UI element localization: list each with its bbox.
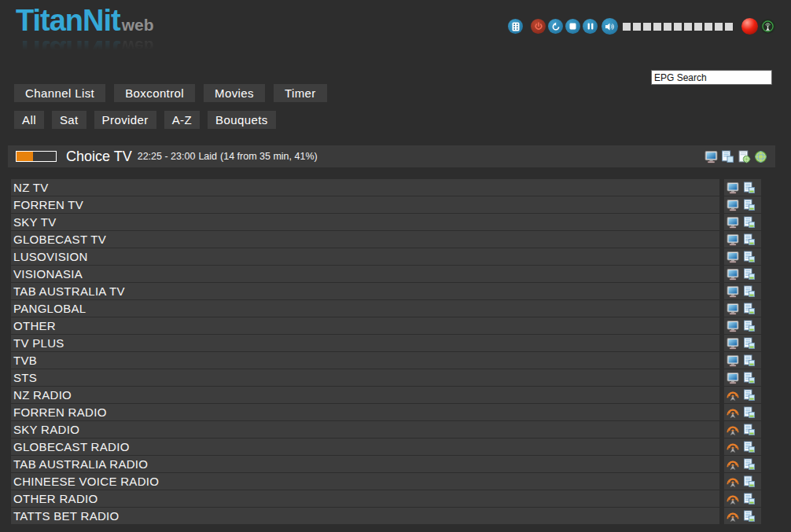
channel-name[interactable]: TATTS BET RADIO: [11, 508, 719, 524]
epg-list-icon[interactable]: [743, 389, 756, 402]
channel-row[interactable]: OTHER RADIO: [11, 490, 780, 507]
channel-name[interactable]: SKY RADIO: [11, 421, 719, 438]
tv-icon[interactable]: [727, 303, 739, 315]
channel-row[interactable]: TATTS BET RADIO: [11, 508, 780, 524]
channel-name[interactable]: CHINEESE VOICE RADIO: [11, 473, 719, 490]
channel-row[interactable]: SKY RADIO: [11, 421, 780, 438]
channel-row[interactable]: OTHER: [11, 317, 780, 334]
filter-bouquets[interactable]: Bouquets: [208, 111, 276, 129]
radio-icon[interactable]: [727, 406, 739, 419]
stop-icon[interactable]: [565, 19, 580, 34]
power-icon[interactable]: [531, 19, 546, 34]
epg-list-icon[interactable]: [743, 233, 756, 246]
channel-name[interactable]: LUSOVISION: [11, 248, 719, 265]
epg-list-icon[interactable]: [743, 303, 756, 315]
epg-list-icon[interactable]: [743, 199, 756, 211]
epg-list-icon[interactable]: [743, 285, 756, 298]
tab-movies[interactable]: Movies: [204, 84, 265, 102]
channel-copy-icon[interactable]: [721, 150, 734, 163]
epg-list-icon[interactable]: [743, 251, 756, 263]
epg-list-icon[interactable]: [743, 510, 756, 523]
page-globe-icon[interactable]: [738, 150, 751, 163]
filter-a-z[interactable]: A-Z: [164, 111, 200, 129]
channel-row[interactable]: NZ RADIO: [11, 387, 780, 403]
channel-name[interactable]: NZ RADIO: [11, 387, 719, 403]
channel-name[interactable]: TVB: [11, 352, 719, 369]
tv-icon[interactable]: [727, 354, 739, 367]
channel-name[interactable]: FORREN TV: [11, 196, 719, 213]
volume-step[interactable]: [715, 23, 723, 31]
filter-all[interactable]: All: [14, 111, 44, 129]
tv-icon[interactable]: [727, 182, 739, 194]
epg-list-icon[interactable]: [743, 441, 756, 453]
epg-list-icon[interactable]: [743, 424, 756, 436]
channel-name[interactable]: NZ TV: [11, 179, 719, 196]
channel-row[interactable]: NZ TV: [11, 179, 780, 196]
channel-row[interactable]: LUSOVISION: [11, 248, 780, 265]
epg-list-icon[interactable]: [743, 216, 756, 229]
monitor-icon[interactable]: [705, 150, 718, 163]
tab-boxcontrol[interactable]: Boxcontrol: [114, 84, 195, 102]
epg-list-icon[interactable]: [743, 337, 756, 350]
channel-row[interactable]: TVB: [11, 352, 780, 369]
channel-row[interactable]: TAB AUSTRALIA RADIO: [11, 456, 780, 472]
epg-list-icon[interactable]: [743, 458, 756, 471]
filter-provider[interactable]: Provider: [94, 111, 156, 129]
epg-list-icon[interactable]: [743, 182, 756, 194]
channel-row[interactable]: STS: [11, 369, 780, 386]
volume-step[interactable]: [653, 23, 661, 31]
reboot-icon[interactable]: [548, 19, 563, 34]
volume-step[interactable]: [684, 23, 692, 31]
radio-icon[interactable]: [727, 389, 739, 402]
channel-name[interactable]: OTHER RADIO: [11, 490, 719, 507]
volume-step[interactable]: [633, 23, 641, 31]
channel-row[interactable]: GLOBECAST TV: [11, 231, 780, 248]
volume-step[interactable]: [643, 23, 651, 31]
tab-channel-list[interactable]: Channel List: [14, 84, 105, 102]
epg-list-icon[interactable]: [743, 493, 756, 505]
channel-name[interactable]: FORREN RADIO: [11, 404, 719, 420]
channel-row[interactable]: VISIONASIA: [11, 266, 780, 282]
epg-search-input[interactable]: [651, 70, 772, 85]
pause-icon[interactable]: [583, 19, 598, 34]
epg-list-icon[interactable]: [743, 268, 756, 281]
radio-icon[interactable]: [727, 458, 739, 471]
tv-icon[interactable]: [727, 320, 739, 332]
channel-name[interactable]: VISIONASIA: [11, 266, 719, 282]
volume-step[interactable]: [705, 23, 712, 31]
epg-list-icon[interactable]: [743, 475, 756, 488]
record-button[interactable]: [741, 18, 758, 35]
channel-row[interactable]: TV PLUS: [11, 335, 780, 351]
tv-icon[interactable]: [727, 285, 739, 298]
volume-icon[interactable]: [602, 18, 618, 35]
globe-icon[interactable]: [754, 150, 767, 163]
volume-step[interactable]: [725, 23, 733, 31]
tv-icon[interactable]: [727, 268, 739, 281]
radio-icon[interactable]: [727, 441, 739, 453]
radio-icon[interactable]: [727, 493, 739, 505]
volume-step[interactable]: [694, 23, 702, 31]
channel-row[interactable]: TAB AUSTRALIA TV: [11, 283, 780, 299]
channel-row[interactable]: CHINEESE VOICE RADIO: [11, 473, 780, 490]
radio-icon[interactable]: [727, 424, 739, 436]
tv-icon[interactable]: [727, 372, 739, 384]
channel-name[interactable]: SKY TV: [11, 214, 719, 230]
tv-icon[interactable]: [727, 199, 739, 211]
tv-icon[interactable]: [727, 337, 739, 350]
channel-row[interactable]: PANGLOBAL: [11, 300, 780, 317]
channel-name[interactable]: PANGLOBAL: [11, 300, 719, 317]
volume-step[interactable]: [674, 23, 682, 31]
epg-list-icon[interactable]: [743, 372, 756, 384]
tv-icon[interactable]: [727, 216, 739, 229]
channel-name[interactable]: TV PLUS: [11, 335, 719, 351]
radio-icon[interactable]: [727, 510, 739, 523]
channel-row[interactable]: FORREN TV: [11, 196, 780, 213]
remote-keypad-icon[interactable]: [508, 19, 523, 34]
tv-icon[interactable]: [727, 233, 739, 246]
epg-list-icon[interactable]: [743, 320, 756, 332]
channel-name[interactable]: GLOBECAST TV: [11, 231, 719, 248]
channel-row[interactable]: GLOBECAST RADIO: [11, 438, 780, 455]
channel-name[interactable]: OTHER: [11, 317, 719, 334]
epg-list-icon[interactable]: [743, 406, 756, 419]
filter-sat[interactable]: Sat: [52, 111, 86, 129]
